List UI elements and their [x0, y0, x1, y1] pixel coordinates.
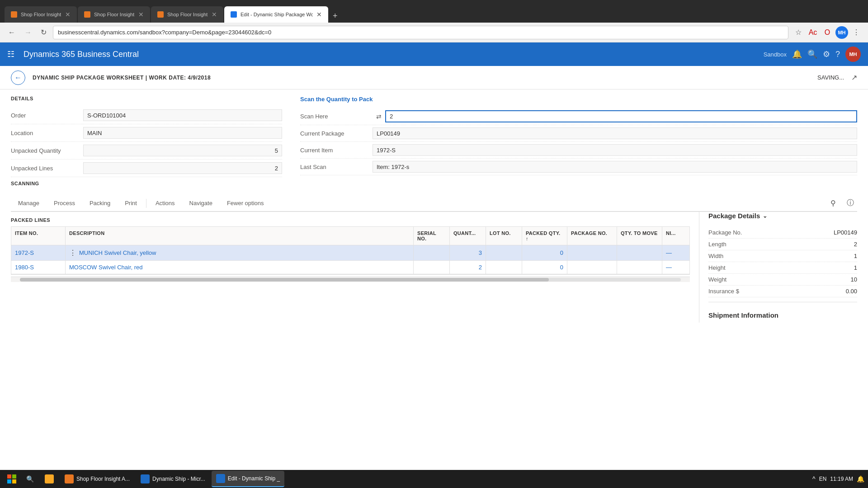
taskbar-clock: 11:19 AM: [830, 476, 853, 482]
row2-item-no: 1980-S: [11, 261, 66, 274]
tabs-right: ⚲ ⓘ: [826, 197, 857, 210]
tab-actions[interactable]: Actions: [148, 195, 182, 212]
pkg-insurance-row: Insurance $ 0.00: [708, 286, 857, 297]
row2-ni: —: [662, 261, 689, 274]
current-item-value: 1972-S: [373, 144, 857, 156]
tab-close-1[interactable]: ✕: [65, 11, 71, 18]
left-panel: DETAILS Order S-ORD101004 Location MAIN …: [11, 89, 282, 188]
row1-serial-no: [414, 245, 450, 260]
notification-icon[interactable]: 🔔: [792, 49, 802, 59]
notification-badge: 🔔: [857, 475, 864, 483]
browser-tab-2[interactable]: Shop Floor Insight ✕: [78, 6, 150, 23]
table-row-1[interactable]: 1972-S ⋮ MUNICH Swivel Chair, yellow 3 0…: [11, 245, 689, 261]
pkg-insurance-value: 0.00: [846, 288, 857, 295]
pkg-package-no-value: LP00149: [834, 229, 857, 236]
info-icon[interactable]: ⓘ: [844, 197, 857, 210]
row1-description: ⋮ MUNICH Swivel Chair, yellow: [66, 245, 414, 260]
row1-lot-no: [486, 245, 522, 260]
app-header-right: Sandbox 🔔 🔍 ⚙ ? MH: [764, 47, 861, 62]
tab-label-1: Shop Floor Insight: [21, 12, 61, 17]
user-profile-icon[interactable]: MH: [835, 26, 848, 39]
col-packed-qty: PACKED QTY. ↑: [522, 227, 567, 245]
pkg-package-no-label: Package No.: [708, 229, 742, 236]
address-input[interactable]: [53, 26, 788, 39]
row1-menu-icon[interactable]: ⋮: [69, 249, 76, 257]
scrollbar-thumb: [20, 278, 549, 282]
scrollbar-track: [20, 278, 681, 282]
row1-packed-qty: 0: [522, 245, 567, 260]
expand-button[interactable]: ↗: [851, 73, 857, 82]
col-qty-to-move: QTY. TO MOVE: [617, 227, 662, 245]
unpacked-qty-value: 5: [83, 145, 282, 156]
tab-process[interactable]: Process: [47, 195, 82, 212]
tab-close-2[interactable]: ✕: [138, 11, 144, 18]
last-scan-label: Last Scan: [300, 164, 373, 170]
package-details-title[interactable]: Package Details ⌄: [708, 212, 857, 220]
tab-close-4[interactable]: ✕: [316, 11, 322, 18]
row2-package-no: [567, 261, 617, 274]
scan-here-label: Scan Here: [300, 113, 373, 120]
browser-tab-1[interactable]: Shop Floor Insight ✕: [5, 6, 77, 23]
pkg-length-value: 2: [854, 241, 857, 248]
keyboard-icon: EN: [819, 476, 827, 482]
bookmark-icon[interactable]: ☆: [792, 26, 805, 39]
new-tab-button[interactable]: +: [329, 9, 341, 23]
taskbar: 🔍 Shop Floor Insight A... Dynamic Ship -…: [0, 470, 868, 488]
tab-print[interactable]: Print: [118, 195, 144, 212]
address-bar-row: ← → ↻ ☆ Ac O MH ⋮: [0, 23, 868, 42]
bottom-panel: PACKED LINES ITEM NO. DESCRIPTION SERIAL…: [11, 212, 857, 323]
two-panel-layout: DETAILS Order S-ORD101004 Location MAIN …: [11, 89, 857, 188]
row2-quantity: 2: [450, 261, 486, 274]
row2-lot-no: [486, 261, 522, 274]
taskbar-search[interactable]: 🔍: [22, 471, 38, 487]
pkg-height-value: 1: [854, 264, 857, 271]
taskbar-edit-dynamic[interactable]: Edit - Dynamic Ship _: [212, 471, 284, 487]
row2-qty-to-move: [617, 261, 662, 274]
browser-tabs: Shop Floor Insight ✕ Shop Floor Insight …: [5, 0, 341, 23]
page-back-button[interactable]: ←: [11, 70, 25, 85]
opera-icon[interactable]: O: [821, 26, 834, 39]
tab-packing[interactable]: Packing: [82, 195, 118, 212]
more-options-icon[interactable]: ⋮: [850, 26, 863, 39]
page-title: DYNAMIC SHIP PACKAGE WORKSHEET | WORK DA…: [33, 75, 810, 81]
package-details-panel: Package Details ⌄ Package No. LP00149 Le…: [699, 212, 857, 323]
shopfloor-icon-1: [65, 474, 74, 483]
taskbar-file-explorer[interactable]: [40, 471, 58, 487]
scan-here-input[interactable]: [385, 110, 857, 122]
location-value: MAIN: [83, 127, 282, 139]
filter-icon[interactable]: ⚲: [826, 197, 840, 210]
col-ni: NI...: [662, 227, 689, 245]
col-serial-no: SERIAL NO.: [414, 227, 450, 245]
scrollbar-area[interactable]: [11, 277, 690, 282]
start-button[interactable]: [4, 471, 20, 487]
taskbar-dynamic-ship[interactable]: Dynamic Ship - Micr...: [136, 471, 210, 487]
reload-button[interactable]: ↻: [38, 26, 49, 38]
svg-rect-1: [12, 474, 16, 479]
user-avatar[interactable]: MH: [845, 47, 861, 62]
acrobat-icon[interactable]: Ac: [807, 26, 819, 39]
package-divider: [708, 302, 857, 302]
tab-fewer-options[interactable]: Fewer options: [220, 195, 271, 212]
back-nav-button[interactable]: ←: [5, 27, 18, 38]
svg-rect-0: [7, 474, 11, 479]
taskbar-shopfloor-1[interactable]: Shop Floor Insight A...: [60, 471, 134, 487]
order-value: S-ORD101004: [83, 109, 282, 121]
search-icon[interactable]: 🔍: [807, 49, 817, 59]
browser-tab-4[interactable]: Edit - Dynamic Ship Package Wo... ✕: [224, 6, 328, 23]
table-row-2[interactable]: 1980-S MOSCOW Swivel Chair, red 2 0 —: [11, 261, 689, 274]
row1-quantity: 3: [450, 245, 486, 260]
content-area: DETAILS Order S-ORD101004 Location MAIN …: [0, 89, 868, 323]
tab-manage[interactable]: Manage: [11, 195, 47, 212]
help-icon[interactable]: ?: [835, 50, 840, 59]
forward-nav-button[interactable]: →: [22, 27, 34, 38]
pkg-insurance-label: Insurance $: [708, 288, 739, 295]
order-label: Order: [11, 112, 83, 119]
app-menu-icon[interactable]: ☷: [7, 49, 14, 59]
tab-label-2: Shop Floor Insight: [94, 12, 134, 17]
row2-description: MOSCOW Swivel Chair, red: [66, 261, 414, 274]
tab-navigate[interactable]: Navigate: [182, 195, 220, 212]
browser-tab-3[interactable]: Shop Floor Insight ✕: [151, 6, 223, 23]
field-row-unpacked-qty: Unpacked Quantity 5: [11, 142, 282, 160]
tab-close-3[interactable]: ✕: [212, 11, 217, 18]
settings-icon[interactable]: ⚙: [823, 49, 830, 59]
